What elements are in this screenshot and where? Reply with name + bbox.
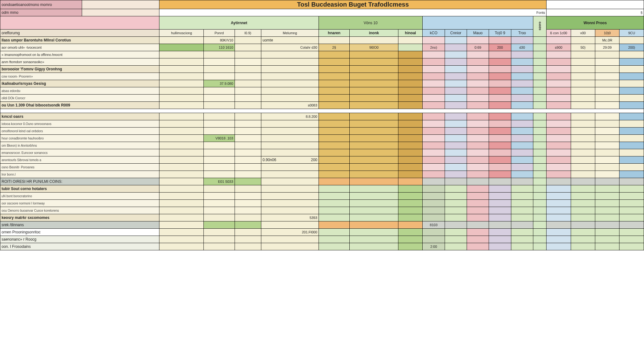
cell[interactable] — [159, 80, 204, 87]
heat-cell[interactable] — [489, 66, 511, 73]
cell[interactable] — [398, 185, 423, 193]
heat-cell[interactable] — [467, 221, 489, 229]
heat-cell[interactable] — [571, 120, 595, 128]
cell[interactable] — [235, 142, 261, 149]
table-row[interactable]: olldi DOk Ciorocr — [0, 95, 644, 102]
heat-cell[interactable] — [423, 200, 445, 207]
heat-cell[interactable] — [571, 102, 595, 109]
heat-cell[interactable] — [467, 229, 489, 236]
cell[interactable] — [319, 113, 349, 120]
heat-cell[interactable] — [619, 102, 644, 109]
cell-value[interactable] — [204, 156, 235, 164]
cell[interactable] — [398, 171, 423, 178]
cell-value[interactable] — [261, 243, 319, 250]
cell[interactable] — [319, 120, 349, 128]
cell[interactable] — [159, 102, 204, 109]
heat-cell[interactable]: 200 — [489, 44, 511, 51]
heat-cell[interactable]: 0:69 — [467, 44, 489, 51]
heat-cell[interactable] — [423, 149, 445, 156]
heat-cell[interactable] — [595, 185, 619, 193]
table-row[interactable]: « imanonopfromoot on la offinno.hnocnt — [0, 51, 644, 58]
cell[interactable] — [398, 128, 423, 135]
cell[interactable] — [159, 113, 204, 120]
heat-cell[interactable] — [511, 221, 533, 229]
heat-cell[interactable] — [445, 164, 467, 171]
cell-value[interactable] — [261, 135, 319, 142]
heat-cell[interactable] — [547, 37, 571, 44]
cell[interactable] — [159, 221, 204, 229]
heat-cell[interactable] — [571, 164, 595, 171]
cell-value[interactable] — [261, 171, 319, 178]
cell[interactable] — [398, 102, 423, 109]
cell[interactable] — [159, 51, 204, 58]
cell[interactable]: 2§ — [319, 44, 349, 51]
cell[interactable] — [319, 214, 349, 221]
heat-cell[interactable] — [595, 58, 619, 66]
heat-cell[interactable] — [445, 44, 467, 51]
heat-cell[interactable] — [467, 51, 489, 58]
heat-cell[interactable] — [423, 185, 445, 193]
cell-value[interactable] — [261, 128, 319, 135]
heat-cell[interactable] — [423, 171, 445, 178]
heat-cell[interactable] — [489, 185, 511, 193]
heat-cell[interactable] — [511, 171, 533, 178]
heat-cell[interactable] — [423, 58, 445, 66]
cell[interactable] — [159, 171, 204, 178]
heat-cell[interactable] — [423, 80, 445, 87]
cell-value[interactable] — [204, 193, 235, 200]
heat-cell[interactable] — [489, 164, 511, 171]
heat-cell[interactable] — [423, 236, 445, 243]
cell[interactable] — [159, 128, 204, 135]
heat-cell[interactable] — [467, 236, 489, 243]
cell[interactable] — [319, 164, 349, 171]
heat-cell[interactable] — [511, 243, 533, 250]
cell[interactable] — [235, 236, 261, 243]
heat-cell[interactable] — [467, 58, 489, 66]
cell-value[interactable] — [261, 193, 319, 200]
cell[interactable] — [350, 102, 398, 109]
cell[interactable] — [398, 37, 423, 44]
table-row[interactable]: hour conadbromte hauhooibroV8018 .103 — [0, 135, 644, 142]
cell[interactable] — [398, 149, 423, 156]
heat-cell[interactable] — [595, 102, 619, 109]
heat-cell[interactable] — [547, 156, 571, 164]
cell-value[interactable]: 5393 — [261, 214, 319, 221]
cell[interactable] — [319, 149, 349, 156]
heat-cell[interactable] — [489, 87, 511, 95]
heat-cell[interactable] — [445, 171, 467, 178]
cell[interactable] — [159, 214, 204, 221]
heat-cell[interactable] — [595, 207, 619, 214]
heat-cell[interactable] — [467, 149, 489, 156]
heat-cell[interactable] — [423, 87, 445, 95]
heat-cell[interactable] — [423, 37, 445, 44]
cell-value[interactable] — [204, 164, 235, 171]
cell[interactable] — [319, 37, 349, 44]
heat-cell[interactable] — [595, 214, 619, 221]
heat-cell[interactable] — [547, 128, 571, 135]
heat-cell[interactable]: 29:09 — [595, 44, 619, 51]
heat-cell[interactable] — [511, 95, 533, 102]
heat-cell[interactable] — [547, 95, 571, 102]
heat-cell[interactable] — [595, 95, 619, 102]
cell[interactable] — [235, 66, 261, 73]
heat-cell[interactable] — [445, 58, 467, 66]
heat-cell[interactable] — [445, 80, 467, 87]
cell[interactable] — [398, 236, 423, 243]
cell[interactable] — [159, 243, 204, 250]
heat-cell[interactable] — [423, 229, 445, 236]
heat-cell[interactable] — [511, 149, 533, 156]
cell-value[interactable]: V8018 .103 — [204, 135, 235, 142]
heat-cell[interactable] — [547, 87, 571, 95]
heat-cell[interactable] — [547, 135, 571, 142]
heat-cell[interactable] — [467, 207, 489, 214]
heat-cell[interactable] — [571, 58, 595, 66]
heat-cell[interactable] — [489, 80, 511, 87]
heat-cell[interactable] — [445, 178, 467, 185]
heat-cell[interactable] — [467, 135, 489, 142]
heat-cell[interactable] — [619, 80, 644, 87]
cell[interactable] — [319, 178, 349, 185]
table-row[interactable]: ikalioaburlsrsyas Gesisg37.9.080 — [0, 80, 644, 87]
cell-value[interactable]: 80K/V10 — [204, 37, 235, 44]
cell[interactable] — [235, 243, 261, 250]
cell[interactable] — [319, 207, 349, 214]
